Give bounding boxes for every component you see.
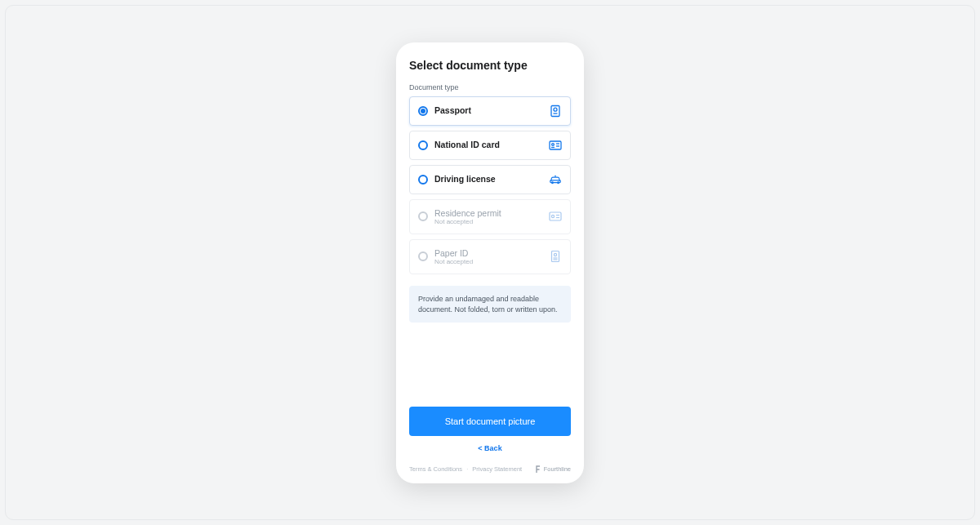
section-label: Document type	[409, 83, 571, 91]
radio-icon	[418, 140, 428, 150]
option-label: Passport	[434, 105, 542, 115]
option-text: Paper ID Not accepted	[434, 248, 542, 265]
brand-label: Fourthline	[544, 465, 571, 473]
radio-icon	[418, 211, 428, 221]
separator: ·	[466, 465, 468, 473]
radio-icon	[418, 175, 428, 185]
option-sublabel: Not accepted	[434, 258, 542, 265]
option-text: Driving license	[434, 174, 542, 184]
brand: Fourthline	[535, 465, 571, 474]
radio-icon	[418, 251, 428, 261]
document-type-screen: Select document type Document type Passp…	[396, 42, 584, 483]
privacy-link[interactable]: Privacy Statement	[472, 465, 522, 473]
option-label: Residence permit	[434, 208, 542, 218]
document-type-option-list: Passport National ID card	[409, 96, 571, 275]
option-label: Paper ID	[434, 248, 542, 258]
option-paper-id: Paper ID Not accepted	[409, 239, 571, 274]
svg-point-1	[554, 108, 557, 111]
option-driving-license[interactable]: Driving license	[409, 165, 571, 194]
start-document-picture-button[interactable]: Start document picture	[409, 407, 571, 436]
radio-icon	[418, 106, 428, 116]
page-title: Select document type	[409, 59, 571, 72]
option-residence-permit: Residence permit Not accepted	[409, 199, 571, 234]
back-link[interactable]: < Back	[409, 444, 571, 452]
brand-icon	[535, 465, 541, 474]
option-text: Residence permit Not accepted	[434, 208, 542, 225]
option-label: National ID card	[434, 140, 542, 149]
car-icon	[549, 174, 562, 185]
passport-icon	[549, 105, 562, 117]
footer: Terms & Conditions · Privacy Statement F…	[409, 465, 571, 474]
svg-point-13	[551, 216, 554, 218]
permit-icon	[549, 211, 562, 222]
option-text: National ID card	[434, 140, 542, 149]
option-national-id[interactable]: National ID card	[409, 131, 571, 160]
id-card-icon	[549, 140, 562, 151]
paper-icon	[549, 251, 562, 262]
option-sublabel: Not accepted	[434, 218, 542, 225]
info-message: Provide an undamaged and readable docume…	[409, 286, 571, 323]
option-passport[interactable]: Passport	[409, 96, 571, 126]
option-label: Driving license	[434, 174, 542, 184]
svg-rect-3	[550, 141, 561, 149]
terms-link[interactable]: Terms & Conditions	[409, 465, 462, 473]
option-text: Passport	[434, 105, 542, 115]
svg-point-17	[554, 254, 556, 256]
svg-point-4	[552, 143, 555, 145]
